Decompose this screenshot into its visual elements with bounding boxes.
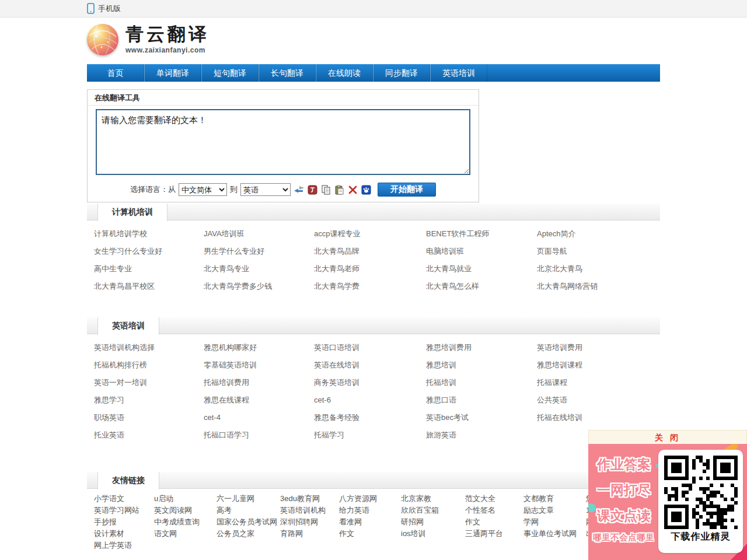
mobile-version-link[interactable]: 手机版 [98,4,121,14]
tab-friend-links[interactable]: 友情链接 [97,472,159,489]
friend-link[interactable]: 英语培训机构 [280,505,339,516]
section-link[interactable]: 雅思在线课程 [204,391,314,409]
translate-button[interactable]: 开始翻译 [378,183,436,197]
section-link[interactable]: 英语培训费用 [537,339,653,356]
section-link[interactable]: 北大青鸟老师 [314,260,426,278]
nav-item-1[interactable]: 单词翻译 [144,64,201,82]
nav-item-3[interactable]: 长句翻译 [259,64,316,82]
site-logo-icon[interactable] [87,24,118,55]
swap-languages-icon[interactable] [294,184,304,195]
target-language-select[interactable]: 英语 [240,183,291,196]
tab-english-training[interactable]: 英语培训 [97,317,159,335]
section-link[interactable]: 托福口语学习 [204,426,314,444]
nav-item-6[interactable]: 英语培训 [430,64,487,82]
section-link[interactable]: 雅思培训课程 [537,356,653,374]
section-link[interactable]: 公共英语 [537,391,653,409]
friend-link[interactable]: 育路网 [280,528,339,540]
nav-item-2[interactable]: 短句翻译 [201,64,259,82]
section-link[interactable]: 英语在线培训 [314,356,426,374]
friend-link[interactable]: 三通两平台 [465,528,523,540]
popup-body[interactable]: 作业答案 一网打尽 课文点读 哪里不会点哪里 下载作业精灵 [588,444,747,560]
section-link[interactable]: 高中生专业 [94,260,204,278]
section-link[interactable]: 计算机培训学校 [94,225,204,243]
friend-link[interactable]: 高考 [217,505,280,516]
section-link[interactable]: 托福培训费用 [204,374,314,391]
section-link[interactable]: 雅思机构哪家好 [204,339,314,356]
friend-link[interactable]: 语文网 [154,528,217,540]
friend-link[interactable]: 学网 [523,516,586,528]
dictionary-icon[interactable] [307,184,317,195]
friend-link[interactable]: ios培训 [401,528,465,540]
section-link[interactable]: 托福在线培训 [537,409,653,426]
friend-link[interactable]: 设计素材 [94,528,154,540]
section-link[interactable]: 雅思培训 [426,356,537,374]
section-link[interactable]: 英语培训机构选择 [94,339,204,356]
friend-link[interactable]: 3edu教育网 [280,493,339,505]
friend-link[interactable]: 个性签名 [465,505,523,516]
section-link[interactable]: BENET软件工程师 [426,225,537,243]
section-link[interactable]: 雅思学习 [94,391,204,409]
paste-icon[interactable] [334,184,344,195]
section-link[interactable]: 旅游英语 [426,426,537,444]
section-link[interactable]: 北大青鸟专业 [204,260,314,278]
section-link[interactable]: 英语口语培训 [314,339,426,356]
section-link[interactable]: 雅思口语 [426,391,537,409]
nav-item-5[interactable]: 同步翻译 [373,64,430,82]
friend-link[interactable]: 励志文章 [523,505,586,516]
section-link[interactable]: cet-4 [204,409,314,426]
friend-link[interactable]: 国家公务员考试网 [217,516,280,528]
section-link[interactable]: 托福培训 [426,374,537,391]
section-link[interactable]: 北大青鸟品牌 [314,243,426,260]
friend-link[interactable]: 事业单位考试网 [523,528,586,540]
section-link[interactable]: 英语一对一培训 [94,374,204,391]
friend-link[interactable]: 手抄报 [94,516,154,528]
friend-link[interactable]: 中考成绩查询 [154,516,217,528]
copy-icon[interactable] [320,184,331,195]
section-link[interactable]: 托业英语 [94,426,204,444]
friend-link[interactable]: 网上学英语 [94,540,154,551]
friend-link[interactable]: 看准网 [339,516,401,528]
friend-link[interactable]: 作文 [465,516,523,528]
section-link[interactable]: 托福课程 [537,374,653,391]
section-link[interactable]: accp课程专业 [314,225,426,243]
friend-link[interactable]: 北京家教 [401,493,465,505]
friend-link[interactable]: 给力英语 [339,505,401,516]
friend-link[interactable]: 英文阅读网 [154,505,217,516]
section-link[interactable]: 北大青鸟网络营销 [537,278,653,295]
section-link[interactable]: 托福机构排行榜 [94,356,204,374]
section-link[interactable]: 北大青鸟学费 [314,278,426,295]
section-link[interactable]: 雅思培训费用 [426,339,537,356]
section-link[interactable]: 北大青鸟怎么样 [426,278,537,295]
section-link[interactable]: 职场英语 [94,409,204,426]
section-link[interactable]: 零基础英语培训 [204,356,314,374]
section-link[interactable]: 页面导航 [537,243,653,260]
section-link[interactable]: JAVA培训班 [204,225,314,243]
friend-link[interactable]: 作文 [339,528,401,540]
friend-link[interactable]: 英语学习网站 [94,505,154,516]
section-link[interactable]: 电脑培训班 [426,243,537,260]
tab-computer-training[interactable]: 计算机培训 [97,204,167,221]
clear-icon[interactable] [347,184,358,195]
friend-link[interactable]: 六一儿童网 [217,493,280,505]
section-link[interactable]: 北大青鸟学费多少钱 [204,278,314,295]
popup-close-button[interactable]: 关 闭 [655,433,680,442]
nav-item-0[interactable]: 首页 [87,64,144,82]
section-link[interactable]: Aptech简介 [537,225,653,243]
friend-link[interactable]: 研招网 [401,516,465,528]
section-link[interactable]: 北大青鸟就业 [426,260,537,278]
friend-link[interactable]: 欣欣百宝箱 [401,505,465,516]
friend-link[interactable]: 小学语文 [94,493,154,505]
section-link[interactable]: 托福学习 [314,426,426,444]
friend-link[interactable]: 公务员之家 [217,528,280,540]
friend-link[interactable]: 范文大全 [465,493,523,505]
source-language-select[interactable]: 中文简体 [179,183,227,196]
section-link[interactable]: 雅思备考经验 [314,409,426,426]
friend-link[interactable]: 文都教育 [523,493,586,505]
section-link[interactable]: 女生学习什么专业好 [94,243,204,260]
section-link[interactable]: 男生学什么专业好 [204,243,314,260]
section-link[interactable]: 北大青鸟昌平校区 [94,278,204,295]
section-link[interactable]: cet-6 [314,391,426,409]
nav-item-4[interactable]: 在线朗读 [316,64,373,82]
translation-input[interactable]: 请输入您需要翻译的文本！ [96,109,470,175]
section-link[interactable]: 北京北大青鸟 [537,260,653,278]
